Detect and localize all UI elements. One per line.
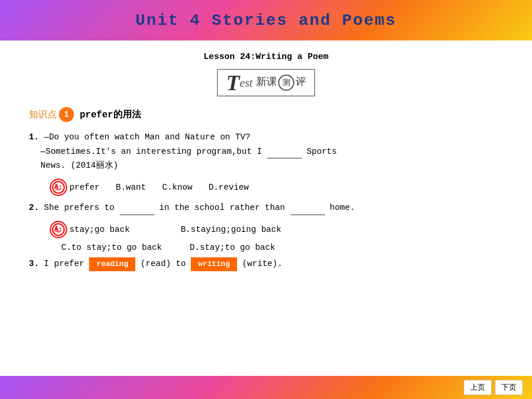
lesson-subtitle: Lesson 24:Writing a Poem [29,52,503,62]
q1-correct-circle: A. [50,179,67,196]
q3-blank2: writing [191,257,237,271]
knowledge-header: 知识点 1 prefer的用法 [29,107,503,122]
q1-option-c: C.know [162,183,192,192]
knowledge-title: prefer的用法 [80,109,141,121]
q1-line3: News. (2014丽水) [29,158,503,173]
q3-blank1: reading [89,257,135,271]
test-est-letters: est [240,76,253,90]
q1-option-d: D.review [209,183,249,192]
q1-option-a: A. prefer [50,179,99,196]
q2-options-row1: A. stay;go back B.staying;going back [29,221,503,238]
next-page-button[interactable]: 下页 [495,380,523,395]
q2-option-c: C.to stay;to go back [61,243,162,252]
q1-line2: —Sometimes.It's an interesting program,b… [29,145,503,159]
q1-options: A. prefer B.want C.know D.review [29,179,503,196]
test-chinese-text: 新课测评 [256,75,306,91]
question-3: 3. I prefer reading (read) to writing (w… [29,257,503,271]
q1-line1: 1. —Do you often watch Man and Nature on… [29,130,503,145]
question-1: 1. —Do you often watch Man and Nature on… [29,130,503,173]
knowledge-badge: 知识点 1 [29,107,74,122]
knowledge-cn-label: 知识点 [29,109,57,121]
header-title: Unit 4 Stories and Poems [135,12,396,29]
q2-correct-circle: A. [50,221,67,238]
ce-circle: 测 [278,75,294,91]
q2-options-row2: C.to stay;to go back D.stay;to go back [29,243,503,252]
main-content: Lesson 24:Writing a Poem T est 新课测评 知识点 … [0,40,532,376]
q2-blank2 [290,215,325,215]
q2-option-a: A. stay;go back [50,221,130,238]
test-t-letter: T [226,72,239,94]
knowledge-number: 1 [59,107,74,122]
prev-page-button[interactable]: 上页 [464,380,492,395]
q1-option-a-text: prefer [69,183,99,192]
q1-blank [267,158,302,158]
q2-line1: 2. She prefers to in the school rather t… [29,201,503,215]
page-footer: 上页 下页 [0,376,532,399]
q1-option-b: B.want [116,183,146,192]
q2-option-d: D.stay;to go back [190,243,275,252]
page-header: Unit 4 Stories and Poems [0,0,532,40]
q2-blank1 [120,215,154,215]
question-2: 2. She prefers to in the school rather t… [29,201,503,215]
q2-option-a-text: stay;go back [69,225,130,234]
test-banner: T est 新课测评 [29,69,503,97]
q2-option-b: B.staying;going back [180,225,281,234]
